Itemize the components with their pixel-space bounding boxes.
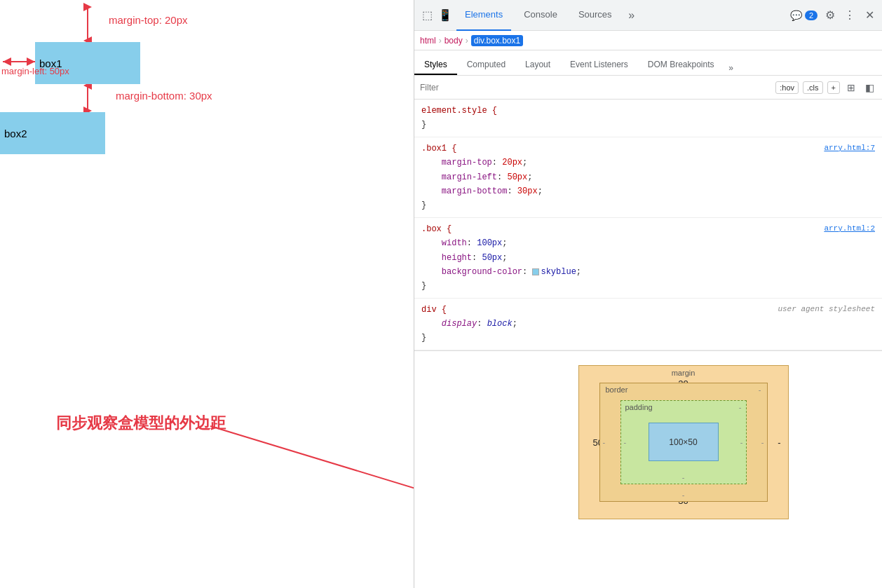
style-tab-dom-breakpoints[interactable]: DOM Breakpoints xyxy=(638,55,724,75)
left-panel: box1 box2 margin-top: 20px margin-left: … xyxy=(0,0,414,588)
arrows-overlay xyxy=(0,0,414,588)
bm-border-label: border xyxy=(606,385,628,394)
hov-button[interactable]: :hov xyxy=(775,81,799,94)
filter-input[interactable] xyxy=(420,83,771,93)
cls-button[interactable]: .cls xyxy=(803,81,823,94)
bm-content-label: 100×50 xyxy=(669,437,697,447)
bm-padding-bottom: - xyxy=(682,473,685,481)
svg-line-3 xyxy=(210,426,414,524)
box2-label: box2 xyxy=(4,128,27,139)
tab-elements[interactable]: Elements xyxy=(456,0,511,31)
chinese-annotation: 同步观察盒模型的外边距 xyxy=(56,413,226,434)
notification-badge: 2 xyxy=(805,11,817,20)
breadcrumb-active[interactable]: div.box.box1 xyxy=(471,35,524,46)
rule-box1: arry.html:7 .box1 { margin-top: 20px; ma… xyxy=(414,137,882,218)
origin-box[interactable]: arry.html:2 xyxy=(824,222,875,235)
settings-icon[interactable]: ⚙ xyxy=(823,8,837,22)
style-tab-event-listeners[interactable]: Event Listeners xyxy=(560,55,638,75)
box2-element: box2 xyxy=(0,112,105,154)
box-model-container: margin 20 50 - 30 border - - - - padding… xyxy=(414,350,882,533)
more-style-tabs-icon[interactable]: » xyxy=(724,61,738,75)
box1-element: box1 xyxy=(35,42,140,84)
box-model-margin: margin 20 50 - 30 border - - - - padding… xyxy=(578,365,789,519)
badge-container: 💬 2 xyxy=(790,10,817,21)
bm-margin-right: - xyxy=(778,437,780,447)
bm-border-bottom: - xyxy=(682,491,685,499)
bm-margin-label: margin xyxy=(672,369,696,377)
bm-padding-left: - xyxy=(624,438,627,446)
box-model-border: border - - - - padding - - - - 100×50 xyxy=(599,383,768,502)
box-model-padding: padding - - - - 100×50 xyxy=(620,400,747,484)
tab-console[interactable]: Console xyxy=(515,0,566,31)
rule-box: arry.html:2 .box { width: 100px; height:… xyxy=(414,218,882,299)
margin-left-label: margin-left: 50px xyxy=(1,66,69,76)
bm-border-right: - xyxy=(761,438,764,446)
devtools-actions: 💬 2 ⚙ ⋮ ✕ xyxy=(790,8,876,22)
devtools-topbar: ⬚ 📱 Elements Console Sources » 💬 2 ⚙ ⋮ ✕ xyxy=(414,0,882,31)
rule-element-style: element.style { } xyxy=(414,100,882,137)
devtools-panel: ⬚ 📱 Elements Console Sources » 💬 2 ⚙ ⋮ ✕… xyxy=(414,0,882,588)
selector-div: div { xyxy=(421,305,447,315)
rule-div-useragent: user agent stylesheet div { display: blo… xyxy=(414,299,882,350)
more-options-icon[interactable]: ⋮ xyxy=(843,8,857,22)
close-icon[interactable]: ✕ xyxy=(862,8,876,22)
breadcrumb-body[interactable]: body xyxy=(445,36,463,46)
style-tab-layout[interactable]: Layout xyxy=(515,55,560,75)
more-tabs-icon[interactable]: » xyxy=(625,8,639,22)
selector-box: .box { xyxy=(421,224,452,234)
margin-top-label: margin-top: 20px xyxy=(109,14,188,26)
filter-bar: :hov .cls + ⊞ ◧ xyxy=(414,76,882,100)
bm-border-left: - xyxy=(603,438,606,446)
breadcrumb-bar: html › body › div.box.box1 xyxy=(414,31,882,50)
margin-bottom-label: margin-bottom: 30px xyxy=(116,90,212,102)
origin-box1[interactable]: arry.html:7 xyxy=(824,142,875,155)
device-icon[interactable]: 📱 xyxy=(438,8,452,22)
user-agent-label: user agent stylesheet xyxy=(778,303,875,316)
bm-padding-label: padding xyxy=(625,403,653,411)
add-style-button[interactable]: + xyxy=(827,81,840,94)
selector-box1: .box1 { xyxy=(421,144,456,153)
css-rules-panel: element.style { } arry.html:7 .box1 { ma… xyxy=(414,100,882,588)
tab-sources[interactable]: Sources xyxy=(570,0,620,31)
breadcrumb-html[interactable]: html xyxy=(420,36,436,46)
filter-actions: :hov .cls + ⊞ ◧ xyxy=(775,81,876,95)
color-swatch-skyblue[interactable] xyxy=(532,268,539,275)
inspect-icon[interactable]: ⬚ xyxy=(420,8,434,22)
selector-element-style: element.style { xyxy=(421,106,497,116)
style-tabs: Styles Computed Layout Event Listeners D… xyxy=(414,50,882,76)
bm-padding-right: - xyxy=(740,438,743,446)
style-tab-styles[interactable]: Styles xyxy=(414,55,457,75)
new-style-rule-icon[interactable]: ⊞ xyxy=(844,81,858,95)
box-model-content: 100×50 xyxy=(649,423,719,461)
style-tab-computed[interactable]: Computed xyxy=(457,55,515,75)
bm-border-top: - xyxy=(759,385,761,394)
bm-padding-top: - xyxy=(739,403,742,411)
toggle-styles-icon[interactable]: ◧ xyxy=(862,81,876,95)
